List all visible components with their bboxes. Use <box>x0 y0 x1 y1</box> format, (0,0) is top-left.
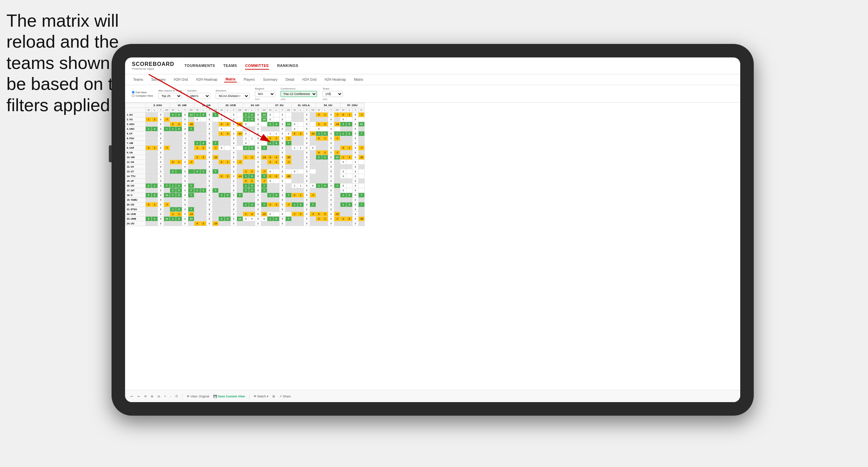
subnav-h2hheatmap[interactable]: H2H Heatmap <box>195 77 219 82</box>
table-row: 16. UO2107100700100701100100700 <box>125 183 365 188</box>
cell-4-6-t: 0 <box>304 131 310 136</box>
add-btn[interactable]: + <box>164 395 166 398</box>
subnav-matrix[interactable]: Matrix <box>224 77 237 82</box>
bottom-toolbar: ↩ ↪ ⟲ ⊕ ⊖ + - ⏱ 👁 View: Original 💾 Save … <box>125 390 740 402</box>
matrix-table: 3. ASU 10. UW 11. UA 22. UCB 24. UO 27. … <box>125 103 365 226</box>
cell-5-6-l <box>298 136 304 141</box>
undo-btn[interactable]: ↩ <box>130 395 133 398</box>
subnav-h2hheatmap2[interactable]: H2H Heatmap <box>323 77 347 82</box>
subnav-summary2[interactable]: Summary <box>262 77 279 82</box>
cell-8-1-w <box>170 150 176 155</box>
cell-21-8-w <box>340 212 346 217</box>
watch-btn[interactable]: 👁 Watch ▾ <box>254 395 268 398</box>
cell-16-1-t: 0 <box>182 188 188 193</box>
subh-w2: W <box>170 108 176 113</box>
cell-3-1-dif: 7 <box>188 127 194 131</box>
cell-7-1-dif <box>188 146 194 150</box>
full-view-radio[interactable]: Full View <box>132 91 153 94</box>
row-header-10: 11. UA <box>125 160 146 165</box>
subnav-h2hgrid2[interactable]: H2H Grid <box>301 77 318 82</box>
matrix-corner <box>125 103 146 108</box>
cell-18-8-t: 0 <box>353 198 359 202</box>
cell-22-4-dif: 0 <box>261 217 267 221</box>
subnav-detail[interactable]: Detail <box>284 77 296 82</box>
nav-rankings[interactable]: RANKINGS <box>277 62 298 70</box>
save-custom-view-btn[interactable]: 💾 Save Custom View <box>213 395 245 398</box>
nav-tournaments[interactable]: TOURNAMENTS <box>185 62 215 70</box>
cell-3-8-l <box>346 127 353 131</box>
cell-15-0-l: 1 <box>152 183 158 188</box>
cell-23-8-l <box>346 221 353 226</box>
division-select[interactable]: NCAA Division I NCAA Division II NCAA Di… <box>216 93 249 99</box>
cell-10-8-w: 0 <box>340 160 346 165</box>
cell-14-8-w <box>340 179 346 183</box>
cell-18-6-t: 0 <box>304 198 310 202</box>
cell-14-6-dif <box>310 179 316 183</box>
share-btn[interactable]: ↗ Share <box>279 395 291 398</box>
table-row: 14. TTU000020-141007260-280000 <box>125 174 365 179</box>
cell-15-0-w: 2 <box>146 183 152 188</box>
row-header-8: 9. UA <box>125 150 146 155</box>
cell-19-4-l: 0 <box>249 202 255 207</box>
cell-5-0-w <box>146 136 152 141</box>
row-header-23: 24. UO <box>125 221 146 226</box>
cell-18-0-dif <box>164 198 170 202</box>
cell-15-7-l: 0 <box>322 183 328 188</box>
cell-13-7-l <box>322 174 328 179</box>
refresh-btn[interactable]: ⟲ <box>144 395 147 398</box>
cell-19-4-w: 1 <box>243 202 249 207</box>
cell-15-4-t: 0 <box>255 183 261 188</box>
cell-21-6-w: 1 <box>292 212 298 217</box>
cell-14-7-w <box>316 179 322 183</box>
region-select[interactable]: N/A East West <box>255 91 275 97</box>
cell-20-8-dif <box>359 207 365 212</box>
view-original-btn[interactable]: 👁 View: Original <box>187 395 209 398</box>
cell-18-3-w <box>219 198 225 202</box>
cell-22-5-t: 0 <box>280 217 286 221</box>
subnav-players[interactable]: Players <box>242 77 256 82</box>
subnav-teams[interactable]: Teams <box>132 77 144 82</box>
matrix-container[interactable]: 3. ASU 10. UW 11. UA 22. UCB 24. UO 27. … <box>125 103 740 402</box>
subnav-matrix2[interactable]: Matrix <box>353 77 365 82</box>
max-teams-select[interactable]: Top 25 Top 10 All <box>158 93 182 99</box>
cell-14-6-t: 0 <box>304 179 310 183</box>
zoom-out-btn[interactable]: ⊖ <box>158 395 160 398</box>
cell-18-0-w <box>146 198 152 202</box>
cell-9-2-t: 0 <box>207 155 213 160</box>
table-row: 1. AU02001410070020014000010-7010-7 <box>125 113 365 117</box>
more-btn[interactable]: ⊞ <box>272 395 275 398</box>
gender-select[interactable]: Men's Women's <box>187 93 210 99</box>
tablet-side-button <box>109 145 112 162</box>
cell-3-5-dif <box>286 127 292 131</box>
nav-committee[interactable]: COMMITTEE <box>245 62 269 70</box>
cell-4-0-l <box>152 131 158 136</box>
cell-5-7-t: 0 <box>328 136 334 141</box>
compact-view-radio[interactable]: Compact View <box>132 94 153 97</box>
timer-btn[interactable]: ⏱ <box>175 395 178 398</box>
redo-btn[interactable]: ↪ <box>137 395 140 398</box>
cell-14-6-w <box>292 179 298 183</box>
minus-btn[interactable]: - <box>170 395 171 398</box>
subnav-summary[interactable]: Summary <box>150 77 167 82</box>
subnav-h2hgrid[interactable]: H2H Grid <box>172 77 189 82</box>
cell-21-2-l <box>200 212 207 217</box>
cell-10-2-t: 0 <box>207 160 213 165</box>
cell-15-5-l <box>273 183 280 188</box>
nav-teams[interactable]: TEAMS <box>223 62 237 70</box>
cell-0-0-l <box>152 113 158 117</box>
row-header-12: 13. UT <box>125 169 146 174</box>
logo-subtitle: Powered by clippd <box>132 67 174 70</box>
cell-8-7-dif: -7 <box>334 150 340 155</box>
cell-14-7-t: 0 <box>328 179 334 183</box>
cell-4-5-dif: 0 <box>286 131 292 136</box>
cell-6-7-l <box>322 141 328 146</box>
table-row: 11. UA0010-70010-70340-70000 <box>125 160 365 165</box>
cell-0-2-w: 1 <box>194 113 200 117</box>
conference-select[interactable]: Pac-12 Conference (All) ACC Big Ten <box>281 91 317 97</box>
zoom-in-btn[interactable]: ⊕ <box>151 395 153 398</box>
cell-14-8-t: 0 <box>353 179 359 183</box>
cell-16-4-w: 1 <box>243 188 249 193</box>
team-select[interactable]: (All) <box>322 91 343 97</box>
cell-8-4-t: 0 <box>255 150 261 155</box>
cell-23-2-w: 0 <box>194 221 200 226</box>
